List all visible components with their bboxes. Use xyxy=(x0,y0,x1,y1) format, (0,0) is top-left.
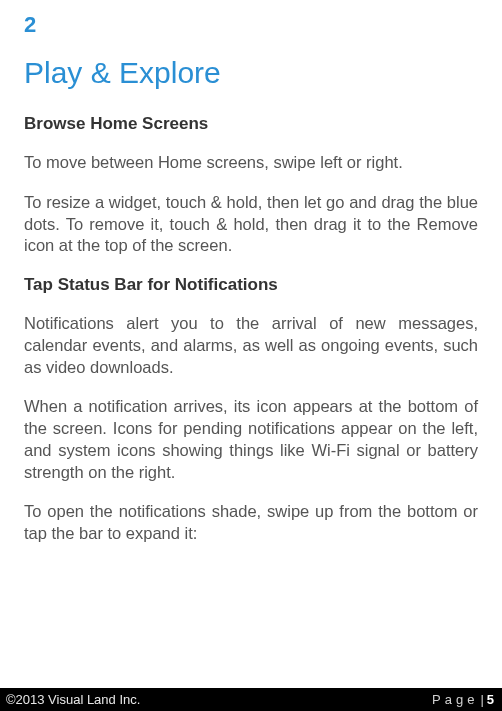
paragraph: Notifications alert you to the arrival o… xyxy=(24,313,478,378)
footer-pipe: | xyxy=(480,692,484,707)
footer-page-label: Page xyxy=(432,692,478,707)
footer-copyright: ©2013 Visual Land Inc. xyxy=(6,692,140,707)
footer: ©2013 Visual Land Inc. Page|5 xyxy=(0,688,502,711)
paragraph: When a notification arrives, its icon ap… xyxy=(24,396,478,483)
page-title: Play & Explore xyxy=(24,56,478,90)
subheading-browse: Browse Home Screens xyxy=(24,114,478,134)
paragraph: To move between Home screens, swipe left… xyxy=(24,152,478,174)
footer-page-indicator: Page|5 xyxy=(432,692,494,707)
subheading-notifications: Tap Status Bar for Notifications xyxy=(24,275,478,295)
paragraph: To resize a widget, touch & hold, then l… xyxy=(24,192,478,257)
page-container: 2 Play & Explore Browse Home Screens To … xyxy=(0,0,502,711)
page-number-top: 2 xyxy=(24,12,478,38)
footer-page-number: 5 xyxy=(487,692,494,707)
paragraph: To open the notifications shade, swipe u… xyxy=(24,501,478,545)
